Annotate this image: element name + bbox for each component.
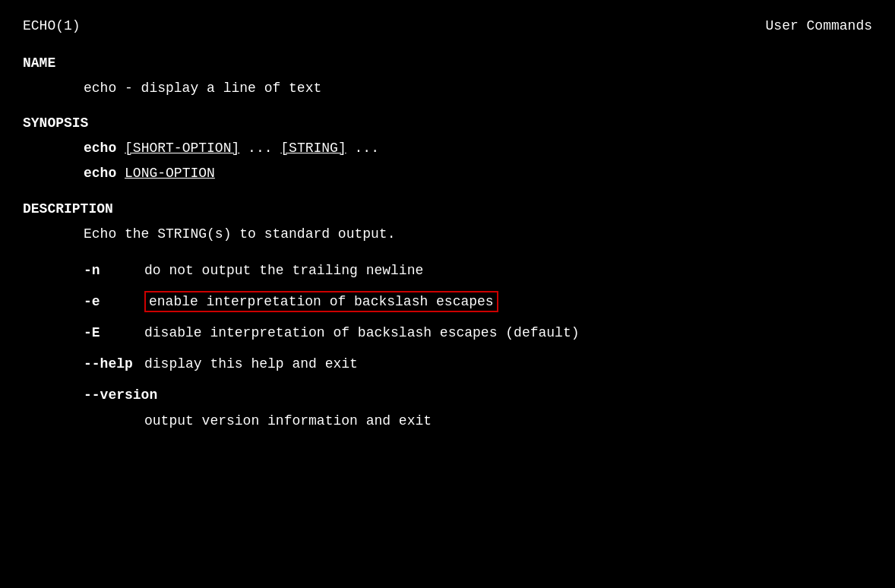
option-version-row: --version xyxy=(23,384,872,406)
option-E-flag: -E xyxy=(84,322,144,344)
option-n-row: -n do not output the trailing newline xyxy=(23,260,872,282)
option-E-row: -E disable interpretation of backslash e… xyxy=(23,322,872,344)
option-n-desc: do not output the trailing newline xyxy=(144,260,872,282)
option-help-desc: display this help and exit xyxy=(144,353,872,375)
option-e-highlight: enable interpretation of backslash escap… xyxy=(144,291,498,312)
name-section: NAME echo - display a line of text xyxy=(23,52,872,100)
synopsis-heading: SYNOPSIS xyxy=(23,112,872,134)
synopsis-short-option: [SHORT-OPTION] xyxy=(125,141,239,156)
description-section: DESCRIPTION Echo the STRING(s) to standa… xyxy=(23,198,872,432)
option-e-desc: enable interpretation of backslash escap… xyxy=(144,291,872,313)
synopsis-ellipsis-2: ... xyxy=(355,141,379,156)
option-help-flag: --help xyxy=(84,353,144,375)
description-intro: Echo the STRING(s) to standard output. xyxy=(23,223,872,245)
man-page-section: User Commands xyxy=(766,15,872,37)
option-version-flag: --version xyxy=(84,387,157,403)
name-content: echo - display a line of text xyxy=(23,77,872,100)
synopsis-line-1: echo [SHORT-OPTION] ... [STRING] ... xyxy=(23,138,872,160)
option-e-row: -e enable interpretation of backslash es… xyxy=(23,291,872,313)
synopsis-echo-1: echo xyxy=(84,141,116,156)
description-heading: DESCRIPTION xyxy=(23,198,872,220)
option-E-desc: disable interpretation of backslash esca… xyxy=(144,322,872,344)
option-n-flag: -n xyxy=(84,260,144,282)
option-help-row: --help display this help and exit xyxy=(23,353,872,375)
man-page-title: ECHO(1) xyxy=(23,15,81,37)
option-version-desc: output version information and exit xyxy=(23,410,872,432)
synopsis-ellipsis-1: ... xyxy=(248,141,280,156)
synopsis-string: [STRING] xyxy=(280,141,346,156)
header: ECHO(1) User Commands xyxy=(23,15,872,37)
synopsis-echo-2: echo xyxy=(84,166,116,181)
synopsis-line-2: echo LONG-OPTION xyxy=(23,163,872,185)
option-e-flag: -e xyxy=(84,291,144,313)
synopsis-long-option: LONG-OPTION xyxy=(125,166,215,181)
synopsis-section: SYNOPSIS echo [SHORT-OPTION] ... [STRING… xyxy=(23,112,872,184)
name-heading: NAME xyxy=(23,52,872,74)
